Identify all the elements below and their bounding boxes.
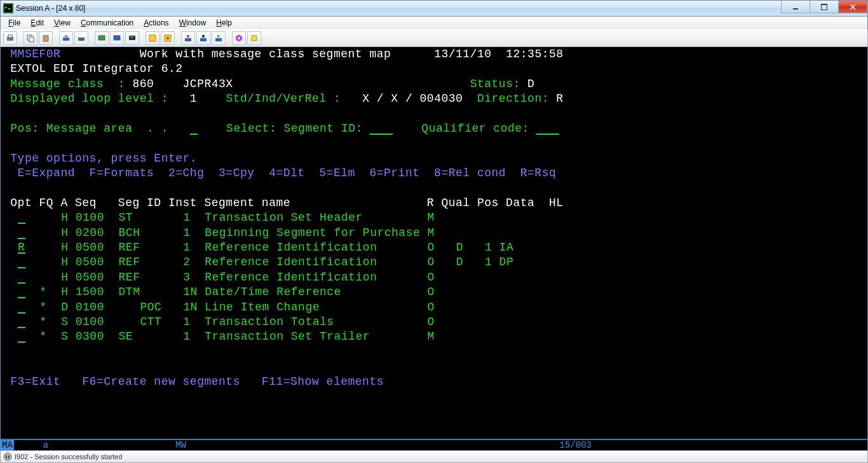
- opt-input[interactable]: R: [18, 240, 25, 254]
- table-row: H 0500 REF 3 Reference Identification O: [3, 270, 867, 285]
- svg-rect-18: [114, 36, 120, 40]
- svg-rect-20: [130, 36, 131, 38]
- segname-cell: Reference Identification: [205, 255, 427, 270]
- fq-cell: [25, 211, 62, 225]
- pos-cell: [463, 285, 492, 300]
- data-cell: [492, 211, 528, 225]
- qual-cell: D: [435, 255, 463, 270]
- r-cell: O: [428, 255, 435, 270]
- opt-input[interactable]: [18, 285, 25, 298]
- data-cell: [492, 315, 528, 329]
- segname-cell: Date/Time Reference: [205, 285, 427, 300]
- toolbar-receive-icon[interactable]: [74, 31, 88, 45]
- a-cell: H: [61, 226, 76, 240]
- fq-cell: [25, 255, 62, 270]
- menu-actions[interactable]: Actions: [139, 17, 173, 29]
- toolbar-colors-icon[interactable]: [125, 31, 139, 45]
- svg-rect-6: [821, 4, 827, 5]
- opt-input[interactable]: [18, 315, 25, 328]
- a-cell: H: [61, 255, 76, 270]
- data-cell: DP: [492, 255, 528, 270]
- opt-input[interactable]: [18, 226, 25, 239]
- menu-communication[interactable]: Communication: [76, 17, 139, 29]
- toolbar-screen1-icon[interactable]: [95, 31, 109, 45]
- opt-input[interactable]: [18, 270, 25, 284]
- terminal-screen[interactable]: MMSEF0R Work with message class segment …: [0, 47, 868, 439]
- menu-bar: File Edit View Communication Actions Win…: [0, 17, 868, 29]
- seq-cell: 0500: [76, 270, 119, 285]
- toolbar-record-icon[interactable]: [181, 31, 195, 45]
- qual-cell: D: [435, 240, 463, 255]
- toolbar-play-icon[interactable]: [212, 31, 226, 45]
- direction-value: R: [556, 92, 563, 106]
- toolbar-send-icon[interactable]: [59, 31, 73, 45]
- svg-rect-23: [149, 35, 156, 41]
- table-row: * H 1500 DTM 1N Date/Time Reference O: [3, 285, 867, 300]
- program-id: MMSEF0R: [10, 47, 139, 62]
- toolbar-print-icon[interactable]: [3, 31, 17, 45]
- menu-window[interactable]: Window: [174, 17, 212, 29]
- column-headers: Opt FQ A Seq Seg ID Inst Segment name R …: [3, 196, 867, 211]
- r-cell: O: [428, 270, 435, 285]
- message-area-input[interactable]: [190, 121, 198, 135]
- svg-rect-4: [793, 8, 798, 10]
- opt-input[interactable]: [18, 255, 25, 268]
- svg-rect-3: [8, 8, 10, 10]
- maximize-button[interactable]: [810, 1, 839, 13]
- svg-rect-29: [202, 35, 205, 38]
- close-button[interactable]: [838, 1, 867, 13]
- data-cell: [492, 270, 528, 285]
- a-cell: H: [61, 270, 76, 285]
- svg-point-32: [238, 37, 240, 39]
- segment-id-label: Select: Segment ID:: [226, 121, 370, 136]
- opt-input[interactable]: [18, 300, 25, 314]
- toolbar-stop-icon[interactable]: [196, 31, 210, 45]
- toolbar-copy-icon[interactable]: [24, 31, 37, 45]
- data-cell: IA: [492, 240, 528, 255]
- toolbar-help-icon[interactable]: [247, 31, 261, 45]
- qualifier-code-input[interactable]: [536, 121, 559, 135]
- screen-header-row: MMSEF0R Work with message class segment …: [3, 47, 867, 62]
- table-row: H 0200 BCH 1 Beginning Segment for Purch…: [3, 226, 867, 240]
- type-options-label: Type options, press Enter.: [3, 151, 197, 166]
- table-row: H 0500 REF 2 Reference Identification O …: [3, 255, 867, 270]
- pos-cell: [463, 315, 492, 329]
- segid-cell: BCH: [119, 226, 176, 240]
- segname-cell: Transaction Totals: [205, 315, 427, 329]
- toolbar-screen2-icon[interactable]: [110, 31, 124, 45]
- pos-cell: 1: [463, 255, 492, 270]
- toolbar-support-icon[interactable]: [232, 31, 246, 45]
- seq-cell: 0200: [76, 226, 119, 240]
- menu-file[interactable]: File: [3, 17, 25, 29]
- svg-rect-28: [200, 38, 207, 41]
- std-value: X / X / 004030: [362, 92, 463, 106]
- toolbar-macro2-icon[interactable]: [161, 31, 175, 45]
- fq-cell: [25, 270, 62, 285]
- inst-cell: 1: [176, 315, 205, 329]
- toolbar-paste-icon[interactable]: [39, 31, 53, 45]
- opt-input[interactable]: [18, 329, 25, 343]
- segid-cell: REF: [119, 255, 176, 270]
- segid-cell: REF: [119, 270, 176, 285]
- toolbar: [0, 29, 868, 47]
- menu-view[interactable]: View: [49, 17, 76, 29]
- oia-cursor-position: 15/003: [560, 440, 592, 450]
- minimize-button[interactable]: [781, 1, 810, 13]
- screen-date: 13/11/10: [434, 47, 491, 62]
- svg-rect-30: [215, 38, 222, 41]
- segid-cell: REF: [119, 240, 176, 255]
- inst-cell: 1: [176, 240, 205, 255]
- segname-cell: Beginning Segment for Purchase: [205, 226, 427, 240]
- opt-input[interactable]: [18, 211, 25, 224]
- segment-id-input[interactable]: [370, 121, 393, 135]
- qual-cell: [435, 226, 463, 240]
- menu-edit[interactable]: Edit: [25, 17, 49, 29]
- toolbar-macro1-icon[interactable]: [146, 31, 159, 45]
- window-title: Session A - [24 x 80]: [16, 4, 85, 13]
- svg-rect-34: [6, 455, 7, 459]
- menu-help[interactable]: Help: [211, 17, 237, 29]
- r-cell: O: [428, 285, 435, 300]
- segid-cell: DTM: [119, 285, 176, 300]
- svg-rect-17: [98, 36, 105, 40]
- data-cell: [492, 329, 528, 344]
